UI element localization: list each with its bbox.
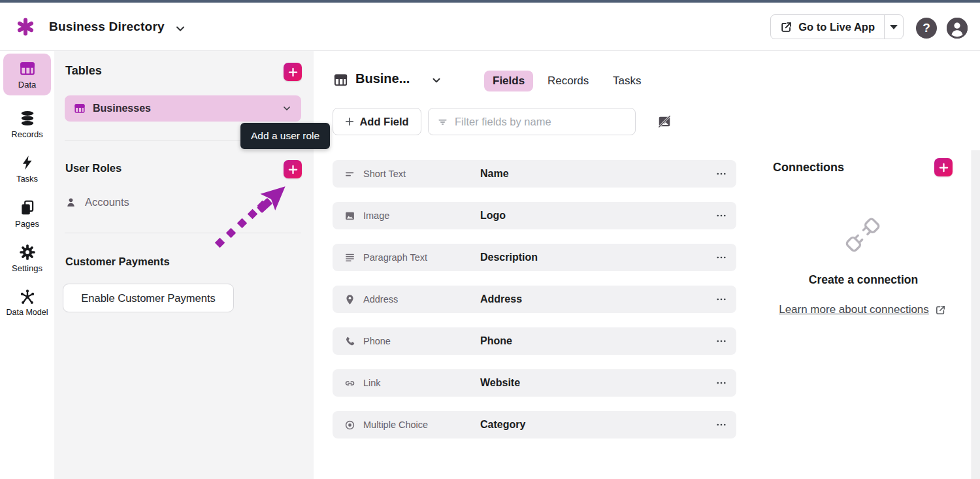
sidebar-item-records[interactable]: Records xyxy=(0,103,54,145)
plus-icon xyxy=(288,67,298,77)
ellipsis-icon xyxy=(715,210,727,222)
connections-empty-title: Create a connection xyxy=(773,273,954,287)
ellipsis-icon xyxy=(715,252,727,263)
field-row-phone[interactable]: Phone Phone xyxy=(333,327,736,355)
filter-fields-input[interactable] xyxy=(455,116,627,128)
sidebar-item-label: Data xyxy=(18,80,36,90)
field-menu-button[interactable] xyxy=(715,369,727,397)
page: Business Directory Go to Live App ? xyxy=(0,0,980,479)
sidebar-item-label: Settings xyxy=(12,263,42,273)
table-title: Busine... xyxy=(355,71,410,86)
sidebar-item-pages[interactable]: Pages xyxy=(0,193,54,235)
field-type-label: Multiple Choice xyxy=(363,420,428,430)
add-table-button[interactable] xyxy=(284,63,302,81)
add-field-label: Add Field xyxy=(359,116,408,128)
sidebar-item-data-model[interactable]: Data Model xyxy=(0,282,54,323)
left-nav-sidebar: Data Records Tasks Pages xyxy=(0,51,54,479)
tables-heading: Tables xyxy=(65,64,102,78)
help-button[interactable]: ? xyxy=(916,18,937,39)
pages-icon xyxy=(19,199,36,216)
table-grid-icon xyxy=(333,73,348,88)
go-to-live-app-button[interactable]: Go to Live App xyxy=(771,15,885,39)
field-type: Address xyxy=(344,286,398,313)
tooltip-add-user-role: Add a user role xyxy=(240,123,330,149)
help-icon: ? xyxy=(923,21,930,35)
field-menu-button[interactable] xyxy=(715,160,727,188)
field-row-name[interactable]: Short Text Name xyxy=(333,160,736,188)
field-row-website[interactable]: Link Website xyxy=(333,369,736,397)
learn-more-link-row[interactable]: Learn more about connections xyxy=(764,303,960,316)
lightning-bolt-icon xyxy=(19,154,36,171)
field-menu-button[interactable] xyxy=(715,244,727,271)
sidebar-item-tasks[interactable]: Tasks xyxy=(0,148,54,190)
disconnected-plug-icon xyxy=(843,214,883,255)
image-off-toggle[interactable] xyxy=(657,114,672,129)
knack-logo-icon[interactable] xyxy=(16,17,35,37)
field-type: Link xyxy=(344,369,381,397)
learn-more-link[interactable]: Learn more about connections xyxy=(779,303,929,316)
field-name: Category xyxy=(480,411,525,438)
ellipsis-icon xyxy=(715,335,727,347)
field-menu-button[interactable] xyxy=(715,411,727,438)
field-row-category[interactable]: Multiple Choice Category xyxy=(333,411,736,438)
field-menu-button[interactable] xyxy=(715,327,727,355)
field-menu-button[interactable] xyxy=(715,286,727,313)
field-type: Paragraph Text xyxy=(344,244,427,271)
add-field-button[interactable]: Add Field xyxy=(333,108,421,135)
tab-tasks[interactable]: Tasks xyxy=(604,71,649,91)
plus-icon xyxy=(345,117,354,126)
annotation-arrow-icon xyxy=(211,176,293,250)
field-name: Website xyxy=(480,369,520,397)
field-name: Description xyxy=(480,244,538,271)
table-item-businesses[interactable]: Businesses xyxy=(65,95,301,122)
external-link-icon xyxy=(780,21,792,33)
table-title-chevron-icon[interactable] xyxy=(431,74,442,86)
sidebar-item-data[interactable]: Data xyxy=(3,54,51,95)
field-name: Name xyxy=(480,160,509,188)
add-connection-button[interactable] xyxy=(934,158,953,176)
app-title: Business Directory xyxy=(49,20,165,34)
tables-panel: Tables Businesses User Roles xyxy=(54,51,314,479)
enable-customer-payments-label: Enable Customer Payments xyxy=(81,292,215,305)
user-icon xyxy=(947,18,968,39)
link-icon xyxy=(344,378,355,389)
ellipsis-icon xyxy=(715,293,727,305)
image-icon xyxy=(344,210,355,222)
field-type: Multiple Choice xyxy=(344,411,428,438)
go-to-live-app-split-button: Go to Live App xyxy=(770,14,904,39)
field-type-label: Short Text xyxy=(363,169,406,179)
account-avatar[interactable] xyxy=(947,18,968,39)
caret-down-icon xyxy=(890,25,898,29)
plus-icon xyxy=(939,163,949,173)
scrollbar-track[interactable] xyxy=(972,150,980,479)
data-model-network-icon xyxy=(19,288,36,305)
chevron-down-icon xyxy=(282,103,292,114)
field-row-description[interactable]: Paragraph Text Description xyxy=(333,244,736,271)
filter-icon xyxy=(437,116,448,127)
app-switcher-chevron-icon[interactable] xyxy=(174,22,187,35)
field-type: Image xyxy=(344,202,389,229)
sidebar-item-label: Records xyxy=(11,129,42,139)
go-to-live-app-dropdown[interactable] xyxy=(885,15,903,39)
go-to-live-app-label: Go to Live App xyxy=(798,21,875,33)
field-type-label: Link xyxy=(363,378,381,388)
table-grid-icon xyxy=(19,60,36,77)
add-user-role-button[interactable] xyxy=(284,160,302,178)
tab-fields[interactable]: Fields xyxy=(484,71,533,91)
enable-customer-payments-button[interactable]: Enable Customer Payments xyxy=(63,284,234,312)
ellipsis-icon xyxy=(715,377,727,389)
sidebar-item-settings[interactable]: Settings xyxy=(0,237,54,279)
tab-records[interactable]: Records xyxy=(539,71,597,91)
user-roles-heading: User Roles xyxy=(65,162,122,174)
field-row-address[interactable]: Address Address xyxy=(333,286,736,313)
field-type: Short Text xyxy=(344,160,406,188)
user-role-item-accounts[interactable]: Accounts xyxy=(65,196,129,208)
person-icon xyxy=(65,197,76,208)
sidebar-item-label: Data Model xyxy=(7,308,48,317)
user-role-label: Accounts xyxy=(85,196,129,208)
field-menu-button[interactable] xyxy=(715,202,727,229)
field-row-logo[interactable]: Image Logo xyxy=(333,202,736,229)
customer-payments-heading: Customer Payments xyxy=(65,256,170,268)
connections-heading: Connections xyxy=(773,161,844,174)
table-grid-icon xyxy=(74,103,86,114)
